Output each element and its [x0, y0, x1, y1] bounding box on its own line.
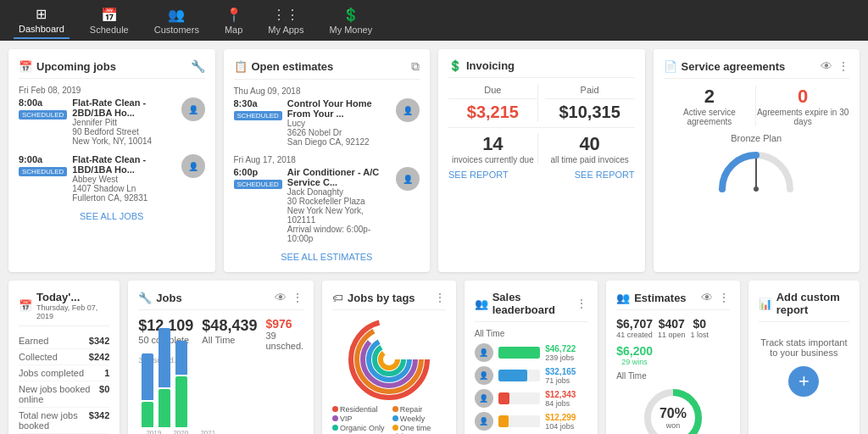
est-addr2-1: San Diego CA, 92122 [287, 137, 391, 147]
x-label-1: 2019 [142, 429, 165, 434]
today-title: Today'... [36, 291, 109, 303]
wrench-icon[interactable]: 🔧 [191, 59, 205, 73]
bar-count-1 [142, 353, 153, 400]
see-report-2[interactable]: SEE REPORT [575, 170, 635, 180]
tag-onetime: One time visit [392, 424, 446, 434]
est-note-2: Arrival window: 6:00p-10:00p [287, 225, 391, 243]
nav-myapps[interactable]: ⋮⋮ My Apps [263, 3, 309, 38]
job-name-1: Flat-Rate Clean - 2BD/1BA Ho... [72, 97, 175, 118]
estimates-title: Estimates [634, 292, 701, 304]
add-custom-header: 📊 Add custom report [759, 291, 849, 322]
jobs-completed-value: 1 [104, 368, 109, 378]
bar-group-2 [159, 328, 170, 427]
estimates-icon: 📋 [234, 60, 248, 73]
nav-customers-label: Customers [154, 25, 199, 35]
sa-active-count: 2 [664, 86, 756, 108]
est-row-2: 6:00p SCHEDULED Air Conditioner - A/C Se… [234, 167, 420, 243]
jobs-icon: 🔧 [138, 292, 152, 304]
sa-icon: 📄 [664, 60, 677, 73]
jobs-more-icon[interactable]: ⋮ [292, 291, 303, 304]
estimates-more-icon[interactable]: ⋮ [718, 291, 730, 304]
tag-dot-residential [332, 406, 338, 412]
bar-chart-icon: 📊 [759, 298, 772, 310]
est-entry-2: Fri Aug 17, 2018 6:00p SCHEDULED Air Con… [234, 155, 420, 243]
leader-bar-0 [498, 347, 541, 359]
est-lost: $0 1 lost [691, 317, 709, 339]
jobs-eye-icon[interactable]: 👁 [275, 291, 287, 304]
upcoming-jobs-header: 📅 Upcoming jobs 🔧 [19, 59, 205, 79]
today-icon: 📅 [19, 299, 32, 312]
see-all-estimates[interactable]: SEE ALL ESTIMATES [234, 252, 420, 262]
leaderboard-more-icon[interactable]: ⋮ [576, 297, 587, 310]
bottom-row: 📅 Today'... Thursday, Feb 07, 2019 Earne… [8, 281, 860, 434]
tags-legend: Residential Repair VIP Weekly Organic On… [332, 405, 446, 434]
sa-title: Service agreements [682, 60, 821, 73]
tag-organic: Organic Only [332, 424, 386, 434]
avatar-2: 👤 [181, 154, 205, 178]
nav-schedule[interactable]: 📅 Schedule [85, 3, 134, 38]
add-custom-body: Track stats important to your business + [759, 329, 849, 405]
sa-header: 📄 Service agreements 👁 ⋮ [664, 59, 850, 79]
collected-value: $242 [89, 352, 109, 362]
jobs-actions: 👁 ⋮ [275, 291, 303, 304]
online-jobs-value: $0 [99, 384, 109, 404]
sa-grid: 2 Active service agreements 0 Agreements… [664, 86, 850, 126]
tag-icon: 🏷 [332, 292, 343, 304]
tags-header: 🏷 Jobs by tags ⋮ [332, 291, 446, 310]
badge-scheduled-1: SCHEDULED [19, 110, 67, 120]
est-entry-1: Thu Aug 09, 2018 8:30a SCHEDULED Control… [234, 86, 420, 147]
est-avatar-1: 👤 [396, 98, 420, 122]
leader-amount-2: $12,343 84 jobs [545, 390, 587, 408]
estimates-donut: 70% won [616, 384, 730, 434]
avatar-1: 👤 [181, 97, 205, 121]
est-addr1-2: 30 Rockefeller Plaza [287, 197, 391, 206]
sa-actions: 👁 ⋮ [821, 59, 849, 73]
today-rows: Earned $342 Collected $242 Jobs complete… [19, 333, 109, 434]
estimates-icon2: 👥 [616, 292, 630, 304]
tag-weekly: Weekly [392, 415, 446, 423]
invoicing-reports: SEE REPORT SEE REPORT [448, 164, 635, 180]
est-person-1: Lucy [287, 119, 391, 128]
service-agreements-card: 📄 Service agreements 👁 ⋮ 2 Active servic… [654, 49, 860, 272]
eye-icon[interactable]: 👁 [821, 59, 832, 73]
see-all-jobs[interactable]: SEE ALL JOBS [19, 211, 205, 221]
due-sub: invoices currently due [448, 155, 537, 164]
copy-icon[interactable]: ⧉ [411, 59, 420, 74]
nav-customers[interactable]: 👥 Customers [149, 3, 204, 38]
nav-mymoney[interactable]: 💲 My Money [324, 3, 377, 38]
open-estimates-card: 📋 Open estimates ⧉ Thu Aug 09, 2018 8:30… [224, 49, 431, 272]
add-custom-title: Add custom report [776, 291, 849, 316]
jobs-alltime: $48,439 All Time [202, 317, 257, 351]
jobs-card: 🔧 Jobs 👁 ⋮ $12,109 50 complete $48,439 A… [128, 281, 314, 434]
plan-gauge [714, 147, 798, 193]
leaderboard-header: 👥 Sales leaderboard ⋮ [475, 291, 588, 322]
add-report-button[interactable]: + [788, 366, 819, 397]
win-label: won [659, 421, 687, 430]
more-icon[interactable]: ⋮ [837, 59, 849, 73]
see-report-1[interactable]: SEE REPORT [448, 170, 509, 180]
bar-chart [138, 368, 303, 427]
total-jobs-value: $342 [89, 410, 109, 431]
add-custom-description: Track stats important to your business [759, 337, 849, 358]
today-title-group: Today'... Thursday, Feb 07, 2019 [36, 291, 109, 320]
open-estimates-header: 📋 Open estimates ⧉ [234, 59, 420, 80]
today-subtitle: Thursday, Feb 07, 2019 [36, 303, 109, 320]
job-person-1: Jennifer Pitt [72, 118, 175, 127]
jobs-header: 🔧 Jobs 👁 ⋮ [138, 291, 303, 310]
earned-label: Earned [19, 336, 48, 346]
bar-value-3 [175, 376, 187, 427]
leader-amount-0: $46,722 239 jobs [545, 344, 587, 362]
mymoney-icon: 💲 [342, 7, 359, 23]
job-address2-1: New York, NY, 10014 [72, 136, 175, 146]
svg-point-1 [754, 186, 759, 192]
leader-bar-wrap-3 [498, 415, 541, 427]
estimates-card: 👥 Estimates 👁 ⋮ $6,707 41 created $407 1… [606, 281, 740, 434]
estimates-eye-icon[interactable]: 👁 [701, 291, 713, 304]
win-pct: 70% [659, 406, 687, 421]
nav-map[interactable]: 📍 Map [220, 3, 248, 38]
tags-more-icon[interactable]: ⋮ [434, 291, 446, 304]
est-time-2: 6:00p SCHEDULED [234, 167, 282, 189]
job-time-1: 8:00a SCHEDULED [19, 97, 67, 120]
nav-dashboard[interactable]: ⊞ Dashboard [14, 3, 70, 39]
upcoming-jobs-title: Upcoming jobs [36, 60, 191, 73]
